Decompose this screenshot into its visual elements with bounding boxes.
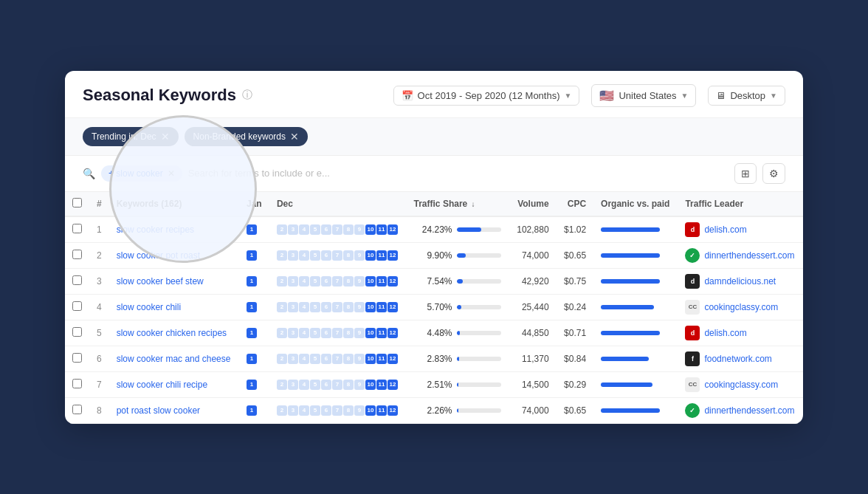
date-range-control[interactable]: 📅 Oct 2019 - Sep 2020 (12 Months) ▼: [393, 86, 580, 106]
row-dec-months: 23456789101112: [269, 294, 407, 320]
row-checkbox-cell: [65, 320, 89, 346]
row-keyword: slow cooker chili: [109, 294, 239, 320]
row-dec-months: 23456789101112: [269, 242, 407, 268]
row-checkbox-cell: [65, 216, 89, 243]
row-jan-months: 1: [239, 268, 269, 294]
th-keywords: Keywords (162): [109, 192, 239, 216]
row-dec-months: 23456789101112: [269, 397, 407, 423]
row-volume: 102,880: [509, 216, 557, 243]
flag-icon: 🇺🇸: [599, 89, 614, 103]
row-cpc: $0.24: [557, 294, 593, 320]
row-checkbox[interactable]: [72, 327, 82, 337]
info-icon[interactable]: ⓘ: [242, 89, 252, 102]
row-organic: [593, 320, 678, 346]
calendar-icon: 📅: [402, 90, 413, 101]
leader-icon: f: [685, 351, 700, 366]
th-cpc[interactable]: CPC: [557, 192, 593, 216]
country-control[interactable]: 🇺🇸 United States ▼: [591, 84, 696, 107]
device-control[interactable]: 🖥 Desktop ▼: [708, 86, 785, 106]
row-checkbox[interactable]: [72, 353, 82, 363]
row-traffic-share: 7.54%: [407, 268, 509, 294]
chevron-down-icon: ▼: [565, 92, 572, 100]
select-all-checkbox[interactable]: [72, 198, 82, 207]
table-row: 4slow cooker chili1234567891011125.70%25…: [65, 294, 803, 320]
row-jan-months: 1: [239, 371, 269, 397]
table-row: 7slow cooker chili recipe123456789101112…: [65, 371, 803, 397]
leader-domain-link[interactable]: cookingclassy.com: [704, 380, 778, 390]
keyword-link[interactable]: slow cooker chili recipe: [117, 380, 207, 390]
row-checkbox[interactable]: [72, 275, 82, 285]
row-traffic-share: 2.51%: [407, 371, 509, 397]
keyword-link[interactable]: slow cooker beef stew: [117, 276, 204, 287]
keyword-link[interactable]: pot roast slow cooker: [117, 405, 200, 416]
row-num: 1: [89, 216, 109, 243]
row-organic: [593, 294, 678, 320]
row-checkbox-cell: [65, 371, 89, 397]
row-cpc: $0.65: [557, 242, 593, 268]
keywords-table: # Keywords (162) Jan Dec Traffic Share ↓…: [65, 192, 803, 424]
leader-domain-link[interactable]: delish.com: [704, 224, 746, 235]
row-keyword: pot roast slow cooker: [109, 397, 239, 423]
th-volume[interactable]: Volume: [509, 192, 557, 216]
filter-nonbranded-close[interactable]: ✕: [290, 131, 299, 143]
row-checkbox-cell: [65, 397, 89, 423]
row-num: 3: [89, 268, 109, 294]
row-jan-months: 1: [239, 242, 269, 268]
search-tag-label: + slow cooker: [108, 168, 163, 179]
row-organic: [593, 397, 678, 423]
row-jan-months: 1: [239, 320, 269, 346]
row-jan-months: 1: [239, 397, 269, 423]
keyword-link[interactable]: slow cooker recipes: [117, 224, 194, 235]
header: Seasonal Keywords ⓘ 📅 Oct 2019 - Sep 202…: [65, 71, 803, 118]
table-row: 8pot roast slow cooker1234567891011122.2…: [65, 397, 803, 423]
row-checkbox[interactable]: [72, 224, 82, 233]
row-checkbox[interactable]: [72, 250, 82, 259]
row-organic: [593, 216, 678, 243]
device-label: Desktop: [730, 90, 765, 101]
row-num: 4: [89, 294, 109, 320]
table-row: 1slow cooker recipes12345678910111224.23…: [65, 216, 803, 243]
filter-trending-label: Trending in: Dec: [92, 131, 156, 142]
search-tag: + slow cooker ✕: [101, 165, 182, 182]
th-jan: Jan: [239, 192, 269, 216]
row-checkbox[interactable]: [72, 301, 82, 311]
row-cpc: $0.65: [557, 397, 593, 423]
row-volume: 74,000: [509, 242, 557, 268]
leader-domain-link[interactable]: delish.com: [704, 328, 746, 338]
row-leader: ✓dinnerthendessert.com: [678, 242, 803, 268]
th-checkbox: [65, 192, 89, 216]
leader-domain-link[interactable]: foodnetwork.com: [704, 354, 771, 364]
row-checkbox-cell: [65, 242, 89, 268]
leader-domain-link[interactable]: damndelicious.net: [704, 276, 776, 287]
row-keyword: slow cooker chili recipe: [109, 371, 239, 397]
filter-trending-close[interactable]: ✕: [161, 131, 170, 143]
export-button[interactable]: ⊞: [734, 163, 757, 184]
keyword-link[interactable]: slow cooker chili: [117, 302, 181, 312]
row-checkbox[interactable]: [72, 379, 82, 388]
date-range-label: Oct 2019 - Sep 2020 (12 Months): [418, 90, 560, 101]
row-cpc: $0.84: [557, 346, 593, 371]
settings-button[interactable]: ⚙: [762, 163, 785, 184]
row-traffic-share: 2.83%: [407, 346, 509, 371]
filters-row: Trending in: Dec ✕ Non-Branded keywords …: [65, 118, 803, 156]
th-traffic-share[interactable]: Traffic Share ↓: [407, 192, 509, 216]
row-keyword: slow cooker beef stew: [109, 268, 239, 294]
search-tag-close[interactable]: ✕: [168, 168, 175, 179]
leader-icon: ✓: [685, 248, 700, 263]
row-num: 7: [89, 371, 109, 397]
row-checkbox[interactable]: [72, 405, 82, 414]
row-organic: [593, 346, 678, 371]
leader-domain-link[interactable]: cookingclassy.com: [704, 302, 778, 312]
row-traffic-share: 24.23%: [407, 216, 509, 243]
keyword-link[interactable]: slow cooker pot roast: [117, 250, 200, 261]
header-right: 📅 Oct 2019 - Sep 2020 (12 Months) ▼ 🇺🇸 U…: [393, 84, 785, 107]
row-dec-months: 23456789101112: [269, 216, 407, 243]
filter-nonbranded-label: Non-Branded keywords: [193, 131, 286, 142]
row-traffic-share: 9.90%: [407, 242, 509, 268]
row-volume: 11,370: [509, 346, 557, 371]
leader-domain-link[interactable]: dinnerthendessert.com: [704, 250, 794, 261]
search-input-placeholder[interactable]: Search for terms to include or e...: [188, 168, 728, 179]
keyword-link[interactable]: slow cooker mac and cheese: [117, 354, 231, 364]
leader-domain-link[interactable]: dinnerthendessert.com: [704, 405, 794, 416]
keyword-link[interactable]: slow cooker chicken recipes: [117, 328, 227, 338]
